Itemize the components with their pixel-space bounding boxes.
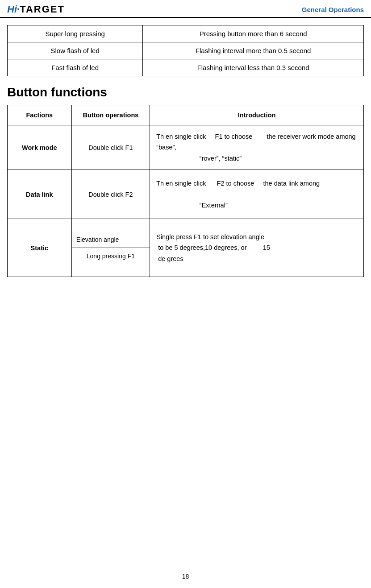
table-row: Fast flash of led Flashing interval less… [8,59,364,76]
button-data-link: Double click F2 [71,170,150,219]
page-number: 18 [182,573,189,580]
logo-target: TARGET [20,4,65,15]
col-header-button-ops: Button operations [71,105,150,125]
faction-static: Static [8,219,72,277]
intro-data-link: Th en single click F2 to choose the data… [150,170,364,219]
table-row: Elevation angle [72,232,150,248]
led-term-1: Super long pressing [8,25,143,42]
table-row: Data link Double click F2 Th en single c… [8,170,364,219]
logo: Hi · TARGET [7,4,65,15]
led-term-2: Slow flash of led [8,42,143,59]
faction-data-link: Data link [8,170,72,219]
intro-work-mode: Th en single click F1 to choose the rece… [150,125,364,170]
section-title: Button functions [0,76,371,105]
led-def-1: Pressing button more than 6 second [143,25,364,42]
led-def-3: Flashing interval less than 0.3 second [143,59,364,76]
table-row: Long pressing F1 [72,248,150,265]
table-header-row: Factions Button operations Introduction [8,105,364,125]
col-header-factions: Factions [8,105,72,125]
intro-static: Single press F1 to set elevation angle t… [150,219,364,277]
led-def-2: Flashing interval more than 0.5 second [143,42,364,59]
table-row: Static Elevation angle Long pressing F1 … [8,219,364,277]
static-inner-table: Elevation angle Long pressing F1 [72,232,150,264]
led-definitions-table: Super long pressing Pressing button more… [7,25,364,76]
button-work-mode: Double click F1 [71,125,150,170]
button-functions-table: Factions Button operations Introduction … [7,105,364,277]
header-title: General Operations [302,6,364,13]
table-row: Super long pressing Pressing button more… [8,25,364,42]
col-header-introduction: Introduction [150,105,364,125]
page-header: Hi · TARGET General Operations [0,0,371,18]
static-sub-faction: Elevation angle [72,232,150,248]
faction-work-mode: Work mode [8,125,72,170]
table-row: Slow flash of led Flashing interval more… [8,42,364,59]
table-row: Work mode Double click F1 Th en single c… [8,125,364,170]
led-term-3: Fast flash of led [8,59,143,76]
static-button: Long pressing F1 [72,248,150,265]
static-sub-table-cell: Elevation angle Long pressing F1 [71,219,150,277]
logo-hi: Hi [7,4,17,15]
